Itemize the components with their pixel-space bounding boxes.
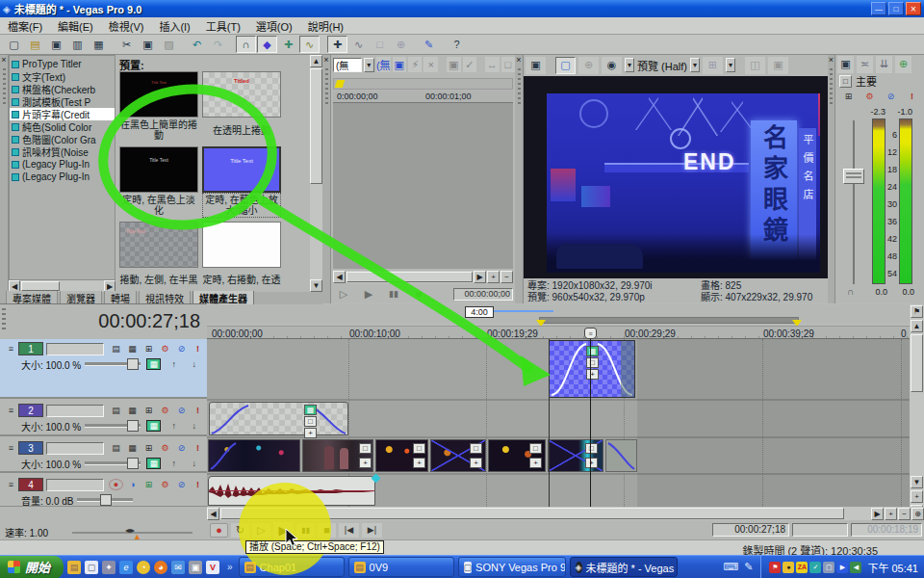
close-window-icon[interactable]: × <box>0 55 8 65</box>
master-solo-icon[interactable]: ! <box>905 91 919 102</box>
grid-arrow-icon[interactable]: ▾ <box>726 58 735 72</box>
solo-icon[interactable]: ! <box>191 479 205 490</box>
save-snapshot-button[interactable]: ▣ <box>768 57 788 74</box>
render-button[interactable]: ▦ <box>89 36 109 53</box>
new-project-button[interactable]: ▢ <box>4 36 24 53</box>
marker-bar[interactable]: 4:00 <box>207 304 910 324</box>
generator-item[interactable]: 純色(Solid Color <box>10 120 115 133</box>
mute-icon[interactable]: ⊘ <box>174 479 189 490</box>
solo-icon[interactable]: ! <box>191 343 205 355</box>
quality-arrow-icon[interactable]: ▾ <box>625 58 634 72</box>
trimmer-play-button[interactable]: ▶ <box>360 287 377 301</box>
snap-button[interactable]: ∩ <box>236 36 256 53</box>
open-button[interactable]: ▤ <box>25 36 45 53</box>
bus-routing-icon[interactable]: ⊞ <box>841 91 856 102</box>
playhead-pin[interactable]: ≡ <box>584 328 597 339</box>
scroll-thumb[interactable] <box>310 68 322 184</box>
stop-button[interactable]: ■ <box>318 523 336 538</box>
event-fx-icon[interactable]: + <box>586 369 599 380</box>
scroll-up-button[interactable]: ▲ <box>310 55 322 67</box>
trimmer-apply-button[interactable]: ✓ <box>463 57 476 72</box>
event-fx-icon[interactable]: + <box>304 428 317 438</box>
project-properties-button[interactable]: ▣ <box>526 57 546 74</box>
taskbar-item-0v9[interactable]: ▤0V9 <box>348 557 454 577</box>
quality-arrow-icon2[interactable]: ▾ <box>690 58 700 72</box>
lock-envelope-button[interactable]: ✚ <box>278 36 298 53</box>
make-comp-child-icon[interactable]: ↓ <box>187 458 201 469</box>
scroll-down-button[interactable]: ▼ <box>911 476 923 488</box>
combo-arrow-icon[interactable]: ▾ <box>364 58 374 72</box>
event-fx-icon[interactable]: + <box>413 458 425 468</box>
menu-options[interactable]: 選項(O) <box>248 18 300 34</box>
timeline-grip-dots[interactable] <box>2 308 6 331</box>
undo-button[interactable]: ↶ <box>187 36 207 53</box>
record-button[interactable]: ● <box>210 523 228 538</box>
trimmer-fx-button[interactable]: ⚡ <box>408 57 422 72</box>
preview-grip[interactable]: × <box>515 55 524 303</box>
bus-icon[interactable]: ⊞ <box>141 405 156 416</box>
track3-clip[interactable] <box>208 439 300 472</box>
scroll-thumb[interactable] <box>346 272 473 282</box>
automation-icon[interactable]: ▦ <box>146 420 161 432</box>
split-screen-button[interactable]: ⊕ <box>578 57 599 74</box>
generators-window-grip[interactable]: × <box>0 55 9 303</box>
big-time-display[interactable]: 00:00:27;18 <box>48 310 200 331</box>
trimmer-remove-button[interactable]: × <box>424 57 437 72</box>
automation-icon[interactable]: ▦ <box>146 358 161 370</box>
tray-antivirus-icon[interactable]: ✓ <box>809 562 821 573</box>
track3-clip[interactable]: □ + <box>375 439 428 472</box>
menu-edit[interactable]: 編輯(E) <box>50 18 101 34</box>
master-fader-handle[interactable] <box>843 169 864 184</box>
track-name-field[interactable] <box>46 442 104 455</box>
track-grip-icon[interactable]: ≡ <box>4 442 18 454</box>
generated-media-icon[interactable]: ▦ <box>586 346 599 356</box>
quick-launch-chrome-icon[interactable]: ◔ <box>137 561 150 574</box>
tray-flag-icon[interactable]: ⚑ <box>769 562 781 573</box>
level-slider[interactable] <box>85 424 141 428</box>
properties-button[interactable]: ▥ <box>67 36 88 53</box>
fader-lock-icon[interactable]: ∩ <box>847 286 854 297</box>
copy-snapshot-button[interactable]: ◫ <box>745 57 765 74</box>
track4-audio-clip[interactable] <box>208 476 375 506</box>
quick-launch-utility-icon[interactable]: ✦ <box>102 561 116 574</box>
make-comp-child-icon[interactable]: ↓ <box>187 420 201 432</box>
track-motion-icon[interactable]: ▤ <box>109 405 123 416</box>
generated-media-icon[interactable]: ▦ <box>304 405 317 415</box>
generator-item[interactable]: 色階圖(Color Gra <box>10 133 115 145</box>
track-fx-icon[interactable]: ⚙ <box>158 442 172 454</box>
preview-quality-label[interactable]: 預覽 (Half) <box>637 58 687 73</box>
timeline-lanes[interactable]: ▦ □ + ▦ □ + □ + □ + □ + □ + □ <box>207 339 910 507</box>
language-keyboard-icon[interactable]: ⌨ <box>723 561 738 573</box>
zoom-out-button[interactable]: − <box>898 508 911 520</box>
preset-thumb[interactable]: Title Text <box>119 222 198 268</box>
pause-button[interactable]: ▮▮ <box>296 523 315 538</box>
track1-clip-title[interactable]: ▦ □ + <box>549 340 635 398</box>
marker-tool-button[interactable]: ⚑ <box>911 305 923 318</box>
event-fx-icon[interactable]: + <box>470 458 482 468</box>
track3-clip-crossfade[interactable]: □ + <box>548 439 603 472</box>
cursor-time-display[interactable]: 00:00:27;18 <box>712 523 789 537</box>
trimmer-hscrollbar[interactable]: ◀ ▶ + − <box>333 271 513 283</box>
scroll-down-button[interactable]: ▼ <box>310 279 322 292</box>
track2-clip-title[interactable]: ▦ □ + <box>209 402 348 435</box>
trimmer-grip[interactable]: × <box>322 55 331 303</box>
scroll-left-button[interactable]: ◀ <box>333 271 346 283</box>
track-name-field[interactable] <box>46 405 104 417</box>
trimmer-select-button[interactable]: □ <box>501 57 515 72</box>
tray-zonealarm-icon[interactable]: ZA <box>796 562 808 573</box>
zoom-in-button[interactable]: + <box>885 508 897 520</box>
close-window-icon[interactable]: × <box>828 55 834 65</box>
dim-output-button[interactable]: ⇊ <box>876 56 892 73</box>
auto-ripple-button[interactable]: ◆ <box>257 36 277 53</box>
selection-time-display[interactable] <box>792 523 848 537</box>
track-header-3[interactable]: ≡ 3 ▤ ▦ ⊞ ⚙ ⊘ ! 大小: 100.0 % ▦ ↑ ↓ <box>0 438 207 473</box>
trimmer-save-button[interactable]: ▣ <box>393 57 406 72</box>
zoom-tool-button[interactable]: ⊕ <box>391 36 411 53</box>
menu-tools[interactable]: 工具(T) <box>198 18 248 34</box>
pan-crop-icon[interactable]: □ <box>586 357 599 368</box>
quick-launch-messenger-icon[interactable]: ✉ <box>171 561 185 574</box>
group-ignore-button[interactable]: ∿ <box>299 36 320 53</box>
go-to-start-button[interactable]: |◀ <box>339 523 359 538</box>
track-fx-icon[interactable]: ⚙ <box>158 479 172 490</box>
external-monitor-button[interactable]: ▢ <box>555 57 576 74</box>
